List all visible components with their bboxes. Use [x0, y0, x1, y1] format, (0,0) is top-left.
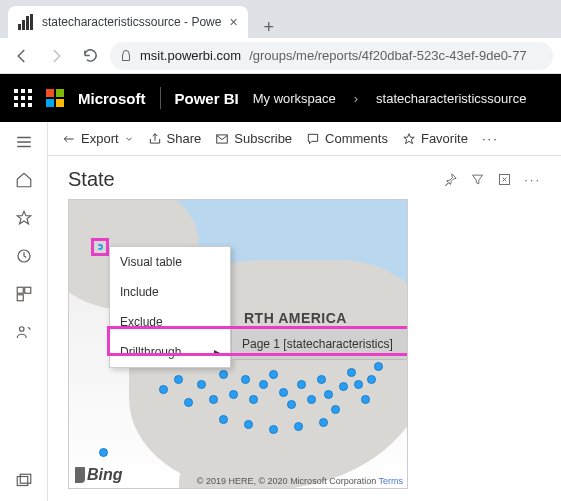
- ctx-include[interactable]: Include: [110, 277, 230, 307]
- svg-rect-2: [24, 287, 30, 293]
- highlight-annotation: [107, 326, 408, 356]
- subscribe-button[interactable]: Subscribe: [215, 131, 292, 146]
- map-visual[interactable]: RTH AMERICA: [68, 199, 408, 489]
- workspaces-icon[interactable]: [14, 471, 34, 491]
- svg-point-4: [19, 327, 24, 332]
- url-input[interactable]: msit.powerbi.com/groups/me/reports/4f20d…: [110, 42, 553, 70]
- url-host: msit.powerbi.com: [140, 48, 241, 63]
- new-tab-button[interactable]: +: [258, 17, 281, 38]
- browser-tab-strip: statecharacteristicssource - Powe × +: [0, 0, 561, 38]
- mail-icon: [215, 132, 229, 146]
- ctx-visual-table[interactable]: Visual table: [110, 247, 230, 277]
- svg-rect-6: [20, 474, 31, 483]
- terms-link[interactable]: Terms: [379, 476, 404, 486]
- app-launcher-icon[interactable]: [14, 89, 32, 107]
- share-button[interactable]: Share: [148, 131, 202, 146]
- share-icon: [148, 132, 162, 146]
- star-icon[interactable]: [14, 208, 34, 228]
- svg-rect-3: [17, 295, 23, 301]
- favorite-label: Favorite: [421, 131, 468, 146]
- forward-button[interactable]: [42, 42, 70, 70]
- header-divider: [160, 87, 161, 109]
- comment-icon: [306, 132, 320, 146]
- pin-icon[interactable]: [443, 172, 458, 187]
- export-label: Export: [81, 131, 119, 146]
- apps-icon[interactable]: [14, 284, 34, 304]
- continent-label: RTH AMERICA: [244, 310, 347, 326]
- browser-address-bar: msit.powerbi.com/groups/me/reports/4f20d…: [0, 38, 561, 74]
- home-icon[interactable]: [14, 170, 34, 190]
- favicon-bars-icon: [18, 14, 34, 30]
- svg-rect-1: [17, 287, 23, 293]
- app-header: Microsoft Power BI My workspace › statec…: [0, 74, 561, 122]
- url-path: /groups/me/reports/4f20dbaf-523c-43ef-9d…: [249, 48, 527, 63]
- browser-tab[interactable]: statecharacteristicssource - Powe ×: [8, 6, 248, 38]
- chevron-right-icon: ›: [350, 91, 362, 106]
- reload-button[interactable]: [76, 42, 104, 70]
- focus-icon[interactable]: [497, 172, 512, 187]
- toolbar-more-button[interactable]: ···: [482, 131, 499, 146]
- export-button[interactable]: Export: [62, 131, 134, 146]
- visual-title: State: [68, 168, 115, 191]
- lock-icon: [120, 49, 132, 63]
- subscribe-label: Subscribe: [234, 131, 292, 146]
- bing-logo: Bing: [75, 466, 123, 484]
- svg-rect-5: [17, 477, 28, 486]
- comments-label: Comments: [325, 131, 388, 146]
- star-outline-icon: [402, 132, 416, 146]
- comments-button[interactable]: Comments: [306, 131, 388, 146]
- chevron-down-icon: [124, 134, 134, 144]
- export-icon: [62, 132, 76, 146]
- tab-title: statecharacteristicssource - Powe: [42, 15, 221, 29]
- arrow-left-icon: [13, 47, 31, 65]
- tab-close-icon[interactable]: ×: [229, 14, 237, 30]
- microsoft-logo-icon: [46, 89, 64, 107]
- report-toolbar: Export Share Subscribe Comments Favorite…: [48, 122, 561, 156]
- share-label: Share: [167, 131, 202, 146]
- selected-point-highlight: [91, 238, 109, 256]
- product-name[interactable]: Power BI: [175, 90, 239, 107]
- report-canvas: State ··· RTH AMERICA: [48, 156, 561, 501]
- arrow-right-icon: [47, 47, 65, 65]
- back-button[interactable]: [8, 42, 36, 70]
- menu-icon[interactable]: [14, 132, 34, 152]
- map-copyright: © 2019 HERE, © 2020 Microsoft Corporatio…: [197, 476, 403, 486]
- visual-more-button[interactable]: ···: [524, 172, 541, 187]
- left-rail: [0, 122, 48, 501]
- breadcrumb-workspace[interactable]: My workspace: [253, 91, 336, 106]
- favorite-button[interactable]: Favorite: [402, 131, 468, 146]
- breadcrumb-report[interactable]: statecharacteristicssource: [376, 91, 526, 106]
- shared-icon[interactable]: [14, 322, 34, 342]
- filter-icon[interactable]: [470, 172, 485, 187]
- clock-icon[interactable]: [14, 246, 34, 266]
- reload-icon: [82, 47, 99, 64]
- microsoft-label: Microsoft: [78, 90, 146, 107]
